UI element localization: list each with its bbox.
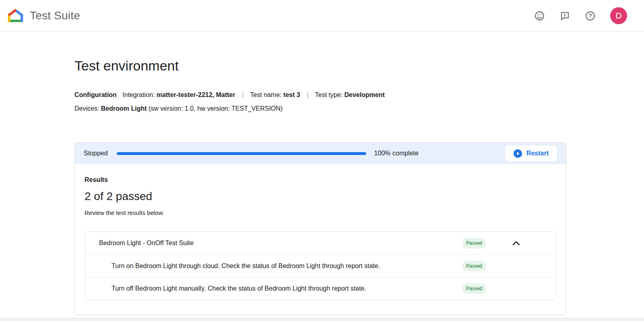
status-badge: Passed: [462, 283, 486, 294]
suite-row[interactable]: Bedroom Light - OnOff Test Suite Passed: [85, 232, 556, 254]
separator: |: [242, 91, 244, 98]
horizontal-scrollbar[interactable]: [0, 318, 644, 321]
test-result-row: Turn off Bedroom Light manually. Check t…: [85, 277, 556, 299]
app-title: Test Suite: [30, 9, 80, 22]
progress-bar-fill: [117, 152, 366, 155]
page-title: Test environment: [74, 58, 566, 74]
devices-value: Bedroom Light: [101, 105, 147, 112]
devices-label: Devices:: [74, 105, 99, 112]
progress-strip: Stopped 100% complete Restart: [75, 142, 566, 164]
play-icon: [514, 149, 522, 158]
app-header: Test Suite ? D: [0, 0, 644, 32]
separator: |: [307, 91, 308, 98]
status-badge: Passed: [462, 238, 486, 248]
test-run-card: Stopped 100% complete Restart Results 2 …: [74, 142, 566, 315]
send-feedback-icon[interactable]: [559, 10, 570, 21]
results-table: Bedroom Light - OnOff Test Suite Passed …: [85, 231, 556, 300]
brand: Test Suite: [7, 8, 80, 24]
results-section: Results 2 of 2 passed Review the test re…: [75, 164, 566, 314]
restart-button[interactable]: Restart: [505, 145, 557, 161]
configuration-block: Configuration Integration: matter-tester…: [74, 88, 566, 116]
test-description: Turn off Bedroom Light manually. Check t…: [95, 285, 462, 292]
svg-text:?: ?: [588, 12, 592, 19]
test-type-label: Test type:: [315, 91, 343, 98]
test-result-row: Turn on Bedroom Light through cloud. Che…: [85, 254, 556, 277]
header-actions: ? D: [534, 7, 627, 24]
test-description: Turn on Bedroom Light through cloud. Che…: [95, 262, 462, 270]
help-icon[interactable]: ?: [585, 10, 596, 21]
devices-details: (sw version: 1.0, hw version: TEST_VERSI…: [149, 105, 283, 112]
user-avatar[interactable]: D: [610, 7, 627, 24]
google-home-logo-icon: [7, 8, 24, 24]
configuration-label: Configuration: [74, 91, 117, 98]
suite-name: Bedroom Light - OnOff Test Suite: [95, 239, 462, 247]
mood-feedback-icon[interactable]: [534, 10, 545, 21]
integration-value: matter-tester-2212, Matter: [157, 91, 235, 98]
results-summary: 2 of 2 passed: [85, 190, 556, 203]
main-content: Test environment Configuration Integrati…: [74, 58, 566, 315]
progress-percent: 100% complete: [374, 150, 419, 157]
collapse-chevron-up-icon[interactable]: [510, 239, 522, 248]
configuration-line-1: Configuration Integration: matter-tester…: [74, 88, 566, 102]
status-badge: Passed: [462, 261, 486, 271]
integration-label: Integration:: [122, 91, 155, 98]
restart-button-label: Restart: [526, 150, 549, 157]
progress-bar: [117, 152, 366, 155]
results-subtitle: Review the test results below.: [85, 209, 556, 216]
test-name-value: test 3: [283, 91, 300, 98]
test-type-value: Development: [344, 91, 384, 98]
configuration-line-2: Devices: Bedroom Light (sw version: 1.0,…: [74, 102, 566, 116]
results-heading: Results: [85, 176, 556, 184]
avatar-initial: D: [615, 11, 621, 21]
test-name-label: Test name:: [250, 91, 281, 98]
run-status: Stopped: [84, 150, 108, 157]
